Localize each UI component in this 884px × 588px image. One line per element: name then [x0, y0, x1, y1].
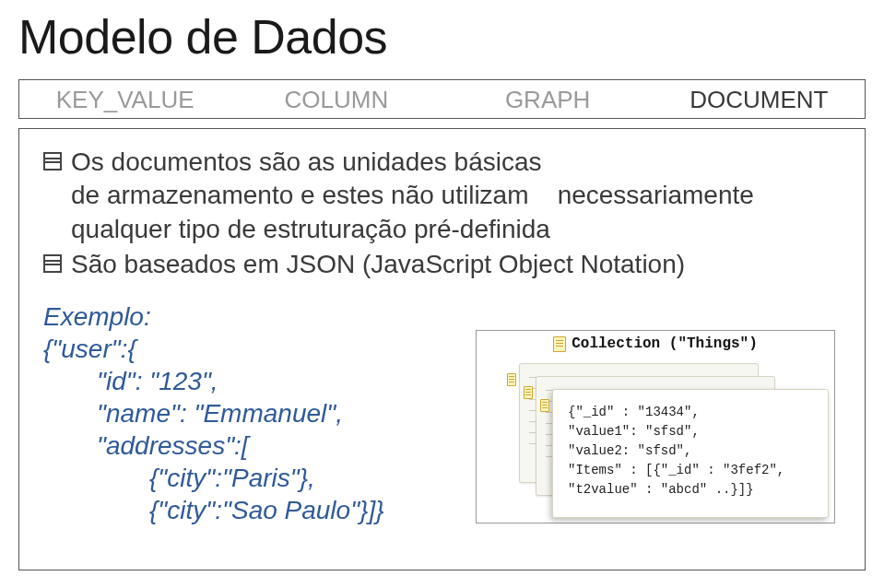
example-line-3: "name": "Emmanuel",	[43, 397, 440, 429]
document-icon	[507, 373, 516, 386]
document-icon	[540, 399, 549, 412]
stack-card-front: {"_id" : "13434", "value1": "sfsd", "val…	[552, 389, 829, 518]
collection-figure: Collection ("Things")	[476, 330, 835, 523]
doc-json-line-4: "Items" : [{"_id" : "3fef2",	[568, 461, 813, 480]
tab-key-value: KEY_VALUE	[19, 80, 230, 118]
tab-column: COLUMN	[230, 80, 442, 118]
document-icon	[524, 386, 533, 399]
doc-json-line-1: {"_id" : "13434",	[568, 403, 813, 422]
bullet-1-text: Os documentos são as unidades básicas de…	[71, 146, 754, 246]
bullet-2-text: São baseados em JSON (JavaScript Object …	[71, 248, 685, 281]
example-line-1: {"user":{	[43, 333, 440, 365]
page-title: Modelo de Dados	[18, 9, 866, 65]
bullet-1-line3: qualquer tipo de estruturação pré-defini…	[71, 215, 550, 243]
collection-title: Collection ("Things")	[572, 335, 758, 352]
spacer	[529, 181, 558, 209]
example-line-4: "addresses":[	[43, 429, 440, 462]
bullet-2: São baseados em JSON (JavaScript Object …	[43, 248, 841, 281]
bullet-icon	[43, 152, 62, 171]
bullet-icon	[43, 254, 62, 273]
tab-document: DOCUMENT	[654, 80, 865, 118]
example-label: Exemplo:	[43, 300, 440, 333]
tabs-row: KEY_VALUE COLUMN GRAPH DOCUMENT	[18, 79, 866, 119]
bullet-1: Os documentos são as unidades básicas de…	[43, 146, 841, 246]
doc-json-line-2: "value1": "sfsd",	[568, 422, 813, 441]
bullet-1-line2-right: necessariamente	[558, 181, 754, 209]
tab-graph: GRAPH	[442, 80, 654, 118]
example-block: Exemplo: {"user":{ "id": "123", "name": …	[43, 300, 440, 526]
document-stack: {"_id" : "13434", "value1": "sfsd", "val…	[519, 363, 816, 513]
example-line-5: {"city":"Paris"},	[43, 462, 440, 494]
bullet-1-line1: Os documentos são as unidades básicas	[71, 147, 542, 176]
content-box: Os documentos são as unidades básicas de…	[18, 128, 866, 570]
example-line-6: {"city":"Sao Paulo"}]}	[43, 494, 440, 526]
bullet-1-line2-left: de armazenamento e estes não utilizam	[71, 181, 529, 209]
collection-title-row: Collection ("Things")	[477, 331, 834, 356]
doc-json-line-5: "t2value" : "abcd" ..}]}	[568, 480, 813, 500]
example-line-2: "id": "123",	[43, 365, 440, 397]
document-icon	[553, 336, 566, 352]
doc-json-line-3: "value2: "sfsd",	[568, 441, 813, 461]
